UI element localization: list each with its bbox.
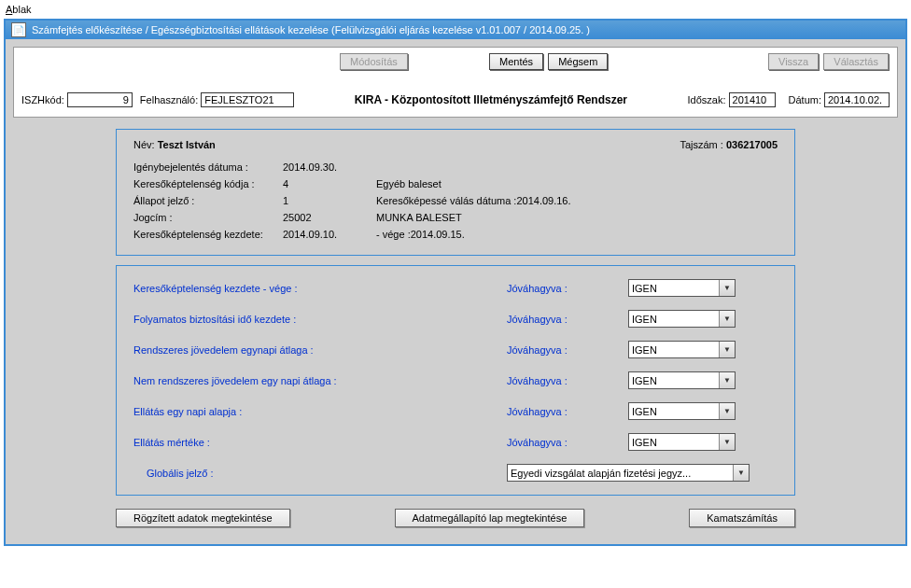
cancel-button[interactable]: Mégsem <box>548 53 608 70</box>
title-bar: 📄 Számfejtés előkészítése / Egészségbizt… <box>6 21 905 39</box>
iszhkod-label: ISZHkód: <box>21 94 64 105</box>
datum-input[interactable] <box>824 92 890 107</box>
jogcim-label: Jogcím : <box>133 212 283 223</box>
approval-label[interactable]: Folyamatos biztosítási idő kezdete : <box>133 314 507 325</box>
approval-row: Ellátás egy napi alapja : Jóváhagyva : I… <box>133 402 778 420</box>
approval-select[interactable]: IGEN <box>628 310 736 328</box>
view-assessment-button[interactable]: Adatmegállapító lap megtekintése <box>395 509 585 527</box>
view-recorded-button[interactable]: Rögzített adatok megtekintése <box>116 509 290 527</box>
approval-label[interactable]: Ellátás mértéke : <box>133 437 507 448</box>
approved-label: Jóváhagyva : <box>507 283 628 294</box>
summary-panel: Név: Teszt István Tajszám : 036217005 Ig… <box>116 129 795 256</box>
header-panel: Módosítás Mentés Mégsem Vissza Választás… <box>13 47 898 118</box>
kervege-label: - vége : <box>376 229 411 240</box>
igeny-value: 2014.09.30. <box>283 161 376 173</box>
taj-value: 036217005 <box>726 139 778 150</box>
approved-label: Jóváhagyva : <box>507 314 628 325</box>
allapot-value: 1 <box>283 195 376 206</box>
approval-label[interactable]: Keresőképtelenség kezdete - vége : <box>133 283 507 294</box>
global-label: Globális jelző : <box>147 468 507 479</box>
approval-select[interactable]: IGEN <box>628 279 736 297</box>
window-frame: 📄 Számfejtés előkészítése / Egészségbizt… <box>4 19 907 546</box>
kerkezd-value: 2014.09.10. <box>283 229 376 240</box>
content-area: Módosítás Mentés Mégsem Vissza Választás… <box>6 39 905 544</box>
global-select[interactable]: Egyedi vizsgálat alapján fizetési jegyz.… <box>507 464 750 482</box>
global-row: Globális jelző : Egyedi vizsgálat alapjá… <box>133 464 778 482</box>
approval-row: Keresőképtelenség kezdete - vége : Jóváh… <box>133 279 778 297</box>
save-button[interactable]: Mentés <box>489 53 543 70</box>
approval-row: Folyamatos biztosítási idő kezdete : Jóv… <box>133 310 778 328</box>
approval-row: Rendszeres jövedelem egynapi átlaga : Jó… <box>133 341 778 358</box>
header-info-row: ISZHkód: Felhasználó: KIRA - Központosít… <box>21 92 890 107</box>
jogcim-value: 25002 <box>283 212 376 223</box>
kerkod-label: Keresőképtelenség kódja : <box>133 178 283 189</box>
igeny-label: Igénybejelentés dátuma : <box>133 161 283 173</box>
bottom-buttons: Rögzített adatok megtekintése Adatmegáll… <box>116 509 795 527</box>
approval-select[interactable]: IGEN <box>628 433 736 451</box>
approved-label: Jóváhagyva : <box>507 437 628 448</box>
felhasznalo-input[interactable] <box>201 92 294 107</box>
approval-row: Ellátás mértéke : Jóváhagyva : IGEN <box>133 433 778 451</box>
title-text: Számfejtés előkészítése / Egészségbiztos… <box>32 24 590 35</box>
approval-panel: Keresőképtelenség kezdete - vége : Jóváh… <box>116 265 795 496</box>
felhasznalo-label: Felhasználó: <box>140 94 198 105</box>
approved-label: Jóváhagyva : <box>507 344 628 356</box>
toolbar-buttons: Módosítás Mentés Mégsem Vissza Választás <box>21 53 890 70</box>
modify-button[interactable]: Módosítás <box>340 53 408 70</box>
approved-label: Jóváhagyva : <box>507 375 628 386</box>
nev-value: Teszt István <box>158 139 216 150</box>
menu-bar: Ablak <box>0 0 911 19</box>
approval-row: Nem rendszeres jövedelem egy napi átlaga… <box>133 371 778 389</box>
kerkod-value: 4 <box>283 178 376 189</box>
idoszak-input[interactable] <box>729 92 776 107</box>
kervege-value: 2014.09.15. <box>411 229 465 240</box>
idoszak-label: Időszak: <box>688 94 726 105</box>
kerkod-desc: Egyéb baleset <box>376 178 563 189</box>
allapot-label: Állapot jelző : <box>133 195 283 206</box>
select-button[interactable]: Választás <box>823 53 889 70</box>
datum-label: Dátum: <box>789 94 821 105</box>
approval-select[interactable]: IGEN <box>628 371 736 389</box>
jogcim-desc: MUNKA BALESET <box>376 212 563 223</box>
kerkezd-label: Keresőképtelenség kezdete: <box>133 229 283 240</box>
approval-label[interactable]: Nem rendszeres jövedelem egy napi átlaga… <box>133 375 507 386</box>
approval-label[interactable]: Ellátás egy napi alapja : <box>133 406 507 417</box>
taj-label: Tajszám : <box>680 139 722 150</box>
approval-select[interactable]: IGEN <box>628 402 736 420</box>
kervalt-label: Keresőképessé válás dátuma : <box>376 195 516 206</box>
nev-label: Név: <box>133 139 155 150</box>
approval-label[interactable]: Rendszeres jövedelem egynapi átlaga : <box>133 344 507 356</box>
form-icon: 📄 <box>11 22 26 37</box>
interest-calc-button[interactable]: Kamatszámítás <box>689 509 795 527</box>
center-title: KIRA - Központosított Illetményszámfejtő… <box>294 93 687 106</box>
kervalt-value: 2014.09.16. <box>516 195 570 206</box>
back-button[interactable]: Vissza <box>768 53 819 70</box>
approved-label: Jóváhagyva : <box>507 406 628 417</box>
approval-select[interactable]: IGEN <box>628 341 736 358</box>
iszhkod-input[interactable] <box>67 92 133 107</box>
menu-item-window[interactable]: Ablak <box>6 4 32 15</box>
